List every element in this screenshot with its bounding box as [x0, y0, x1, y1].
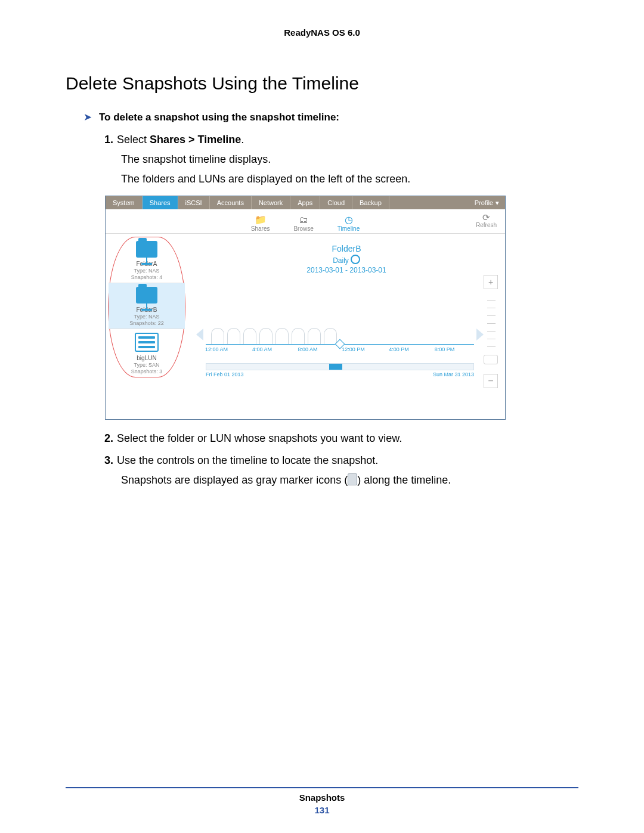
subnav-timeline[interactable]: ◷Timeline: [338, 215, 360, 233]
step-2: 2.Select the folder or LUN whose snapsho…: [104, 431, 578, 447]
page-title: Delete Snapshots Using the Timeline: [66, 73, 578, 94]
zoom-in-button[interactable]: +: [484, 275, 498, 289]
step-1: 1.Select Shares > Timeline. The snapshot…: [104, 132, 578, 187]
nav-profile-label: Profile: [475, 199, 493, 206]
subnav-shares[interactable]: 📁Shares: [251, 215, 270, 233]
step-2-text: Select the folder or LUN whose snapshots…: [117, 432, 402, 444]
folder-name: bigLUN: [137, 355, 156, 361]
nav-system[interactable]: System: [106, 196, 143, 209]
browse-icon: 🗂: [299, 215, 308, 225]
hour-label: 12:00 PM: [342, 346, 365, 352]
nav-accounts[interactable]: Accounts: [210, 196, 252, 209]
footer-page-number: 131: [0, 805, 644, 815]
hour-label: 8:00 PM: [435, 346, 455, 352]
step-3: 3.Use the controls on the timeline to lo…: [104, 453, 578, 488]
hour-label: 8:00 AM: [298, 346, 317, 352]
panel-mode[interactable]: Daily: [195, 255, 498, 265]
month-start-label: Fri Feb 01 2013: [206, 371, 244, 377]
nas-folder-icon: [136, 241, 157, 258]
step-3-pre: Snapshots are displayed as gray marker i…: [121, 474, 348, 486]
subnav-timeline-label: Timeline: [338, 225, 360, 232]
san-lun-icon: [135, 333, 159, 352]
folder-type: Type: NAS: [134, 314, 159, 320]
nav-cloud[interactable]: Cloud: [320, 196, 352, 209]
top-nav: System Shares iSCSI Accounts Network App…: [106, 196, 505, 209]
hour-label: 12:00 AM: [205, 346, 228, 352]
folder-snapcount: Snapshots: 3: [131, 368, 163, 374]
zoom-scale: [487, 293, 496, 354]
step-3-text: Use the controls on the timeline to loca…: [117, 454, 378, 466]
clock-small-icon: [351, 255, 360, 264]
step-1-post: .: [241, 134, 244, 145]
folder-list: FolderA Type: NAS Snapshots: 4 FolderB T…: [108, 237, 185, 377]
nav-iscsi[interactable]: iSCSI: [178, 196, 210, 209]
month-end-label: Sun Mar 31 2013: [433, 371, 474, 377]
panel-folder-title: FolderB: [195, 244, 498, 253]
hour-label: 4:00 AM: [252, 346, 272, 352]
panel-date-range: 2013-03-01 - 2013-03-01: [195, 266, 498, 274]
step-3-post: ) along the timeline.: [357, 474, 451, 486]
month-selection[interactable]: [329, 364, 342, 370]
subnav-browse[interactable]: 🗂Browse: [293, 215, 313, 233]
month-timeline[interactable]: Fri Feb 01 2013 Sun Mar 31 2013: [206, 363, 474, 370]
folder-snapcount: Snapshots: 22: [129, 320, 164, 326]
panel-mode-label: Daily: [333, 256, 349, 265]
step-1-line-a: The snapshot timeline displays.: [121, 151, 578, 168]
step-3-line-a: Snapshots are displayed as gray marker i…: [121, 472, 578, 488]
embedded-ui-screenshot: System Shares iSCSI Accounts Network App…: [105, 196, 506, 420]
nav-shares[interactable]: Shares: [143, 196, 178, 209]
zoom-out-button[interactable]: −: [484, 374, 498, 388]
running-header: ReadyNAS OS 6.0: [66, 27, 578, 38]
folder-card-biglun[interactable]: bigLUN Type: SAN Snapshots: 3: [109, 329, 185, 377]
nav-apps[interactable]: Apps: [290, 196, 320, 209]
footer-rule: [66, 787, 578, 788]
subnav-refresh-label: Refresh: [476, 222, 497, 228]
procedure-arrow-icon: ➤: [83, 112, 92, 123]
chevron-down-icon: ▾: [496, 199, 499, 207]
procedure-heading: To delete a snapshot using the snapshot …: [99, 112, 339, 123]
step-1-strong: Shares > Timeline: [150, 134, 241, 145]
folder-card-folderb[interactable]: FolderB Type: NAS Snapshots: 22: [109, 283, 185, 329]
subnav-shares-label: Shares: [251, 225, 270, 232]
snapshot-marker-icon: [348, 473, 357, 485]
hour-timeline[interactable]: 12:00 AM 4:00 AM 8:00 AM 12:00 PM 4:00 P…: [206, 320, 474, 345]
refresh-icon: ⟳: [482, 213, 490, 222]
nav-network[interactable]: Network: [252, 196, 290, 209]
nav-backup[interactable]: Backup: [352, 196, 389, 209]
folder-icon: 📁: [255, 215, 267, 225]
footer-section: Snapshots: [0, 792, 644, 803]
step-1-line-b: The folders and LUNs are displayed on th…: [121, 171, 578, 187]
step-1-pre: Select: [117, 134, 150, 145]
clock-icon: ◷: [345, 215, 353, 225]
timeline-prev-icon[interactable]: [196, 329, 203, 340]
sub-nav: 📁Shares 🗂Browse ◷Timeline ⟳Refresh: [106, 209, 505, 234]
folder-card-foldera[interactable]: FolderA Type: NAS Snapshots: 4: [109, 237, 185, 283]
nav-profile[interactable]: Profile▾: [469, 196, 505, 209]
folder-type: Type: SAN: [134, 362, 159, 368]
nas-folder-icon: [136, 287, 157, 304]
folder-snapcount: Snapshots: 4: [131, 274, 163, 280]
folder-type: Type: NAS: [134, 268, 159, 274]
subnav-refresh[interactable]: ⟳Refresh: [476, 213, 497, 228]
hour-label: 4:00 PM: [389, 346, 409, 352]
zoom-level-indicator[interactable]: [484, 355, 498, 364]
subnav-browse-label: Browse: [293, 225, 313, 232]
timeline-next-icon[interactable]: [476, 329, 484, 340]
